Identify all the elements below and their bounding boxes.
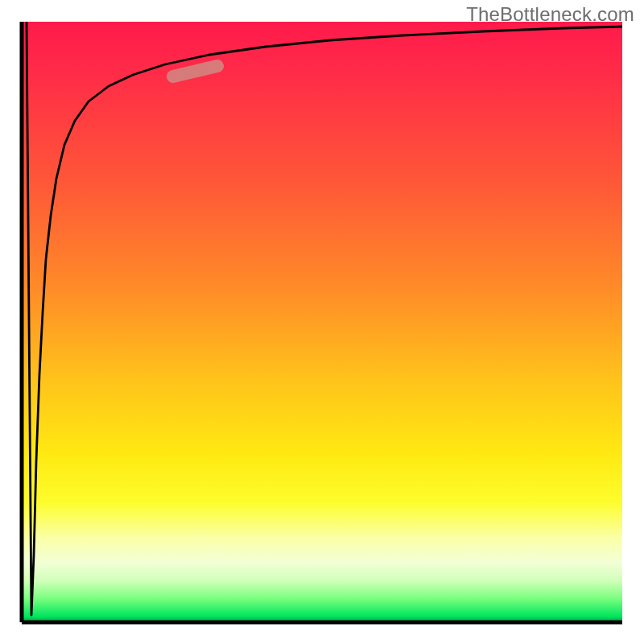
chart-stage: TheBottleneck.com [0, 0, 644, 644]
attribution-text: TheBottleneck.com [466, 3, 634, 26]
chart-svg [0, 0, 644, 644]
bottleneck-curve [27, 22, 622, 615]
curve-highlight-marker [173, 66, 217, 76]
